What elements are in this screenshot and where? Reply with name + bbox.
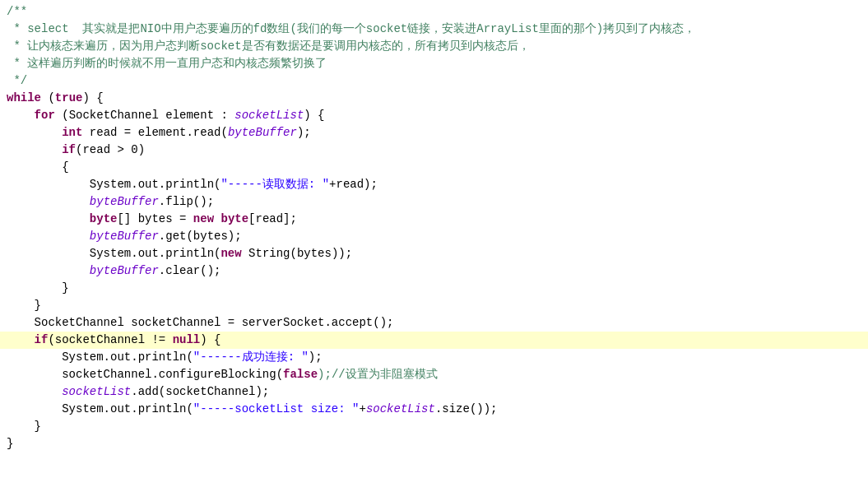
code-token: "-----读取数据: " bbox=[220, 178, 329, 191]
code-line: byteBuffer.flip(); bbox=[0, 193, 868, 211]
code-token: socketList bbox=[234, 109, 304, 122]
code-line: if(read > 0) bbox=[0, 142, 868, 159]
code-line: * 让内核态来遍历，因为用户态判断socket是否有数据还是要调用内核态的，所有… bbox=[0, 38, 868, 55]
code-token: * 这样遍历判断的时候就不用一直用户态和内核态频繁切换了 bbox=[7, 57, 327, 70]
code-token bbox=[7, 230, 90, 243]
code-token: .clear(); bbox=[159, 264, 221, 277]
code-token: } bbox=[7, 281, 69, 295]
code-token: byteBuffer bbox=[90, 264, 159, 277]
code-line: System.out.println("------成功连接: "); bbox=[0, 349, 868, 366]
code-token bbox=[7, 195, 90, 208]
code-token: ) { bbox=[200, 333, 220, 346]
code-token: byteBuffer bbox=[228, 126, 297, 139]
code-token: byte bbox=[90, 212, 118, 225]
code-token: String(bytes)); bbox=[242, 247, 352, 260]
code-token: if bbox=[62, 143, 76, 156]
code-token: if bbox=[35, 333, 49, 346]
code-token: );//设置为非阻塞模式 bbox=[318, 368, 438, 381]
code-token: byte bbox=[220, 212, 248, 225]
code-line: System.out.println(new String(bytes)); bbox=[0, 245, 868, 262]
code-token: [read]; bbox=[248, 212, 297, 225]
code-line: while (true) { bbox=[0, 90, 868, 107]
code-line: /** bbox=[0, 3, 868, 21]
code-token: ) { bbox=[82, 91, 103, 104]
code-line: byteBuffer.clear(); bbox=[0, 262, 868, 280]
code-line: */ bbox=[0, 72, 868, 90]
code-token: new bbox=[220, 247, 241, 260]
code-token: "------成功连接: " bbox=[193, 350, 309, 364]
code-line: } bbox=[0, 280, 868, 297]
code-token: null bbox=[173, 333, 201, 346]
code-token: /** bbox=[7, 5, 27, 18]
code-token: .get(bytes); bbox=[159, 230, 242, 243]
code-token: "-----socketList size: " bbox=[193, 402, 360, 415]
code-line: for (SocketChannel element : socketList)… bbox=[0, 107, 868, 124]
code-token: } bbox=[7, 437, 13, 450]
code-line: * select 其实就是把NIO中用户态要遍历的fd数组(我们的每一个sock… bbox=[0, 21, 868, 38]
code-token: */ bbox=[7, 74, 27, 87]
code-token: ( bbox=[41, 91, 55, 104]
code-token: .add(socketChannel); bbox=[131, 385, 269, 398]
code-token: while bbox=[7, 91, 41, 104]
code-token: ) { bbox=[304, 109, 324, 122]
code-token: new bbox=[193, 212, 214, 225]
code-token: (read > 0) bbox=[76, 143, 145, 156]
code-token bbox=[7, 333, 35, 346]
code-token: System.out.println( bbox=[7, 178, 220, 191]
code-token: System.out.println( bbox=[7, 247, 220, 260]
code-token: false bbox=[283, 368, 318, 381]
code-token: System.out.println( bbox=[7, 350, 193, 364]
code-token: * 让内核态来遍历，因为用户态判断socket是否有数据还是要调用内核态的，所有… bbox=[7, 39, 530, 53]
code-token: (SocketChannel element : bbox=[55, 109, 234, 122]
code-token: +read); bbox=[329, 178, 378, 191]
code-line: byteBuffer.get(bytes); bbox=[0, 228, 868, 245]
code-line: System.out.println("-----socketList size… bbox=[0, 401, 868, 418]
code-token: (socketChannel != bbox=[48, 333, 172, 346]
code-token: * select 其实就是把NIO中用户态要遍历的fd数组(我们的每一个sock… bbox=[7, 22, 695, 35]
code-token: socketList bbox=[62, 385, 131, 398]
code-line: if(socketChannel != null) { bbox=[0, 332, 868, 349]
code-line: { bbox=[0, 159, 868, 176]
code-token: + bbox=[359, 402, 365, 415]
code-token bbox=[7, 109, 35, 122]
code-line: byte[] bytes = new byte[read]; bbox=[0, 211, 868, 228]
code-token: socketList bbox=[366, 402, 435, 415]
code-token: ); bbox=[309, 350, 323, 364]
code-token: socketChannel.configureBlocking( bbox=[7, 368, 283, 381]
code-token: byteBuffer bbox=[90, 230, 159, 243]
code-line: } bbox=[0, 297, 868, 314]
code-token: read = element.read( bbox=[82, 126, 227, 139]
code-token: true bbox=[55, 91, 83, 104]
code-token: System.out.println( bbox=[7, 402, 193, 415]
code-token bbox=[7, 264, 90, 277]
code-token: } bbox=[7, 299, 41, 312]
code-token: byteBuffer bbox=[90, 195, 159, 208]
code-token: } bbox=[35, 420, 41, 433]
code-line: int read = element.read(byteBuffer); bbox=[0, 124, 868, 142]
code-token: { bbox=[7, 160, 69, 174]
code-line: } bbox=[0, 418, 868, 435]
code-token: ); bbox=[297, 126, 311, 139]
code-token: int bbox=[62, 126, 82, 139]
code-token bbox=[7, 420, 35, 433]
code-token bbox=[7, 385, 62, 398]
code-token bbox=[7, 126, 62, 139]
code-token: [] bytes = bbox=[117, 212, 193, 225]
code-line: socketChannel.configureBlocking(false);/… bbox=[0, 366, 868, 383]
code-line: SocketChannel socketChannel = serverSock… bbox=[0, 314, 868, 332]
code-token: for bbox=[35, 109, 55, 122]
code-line: socketList.add(socketChannel); bbox=[0, 383, 868, 401]
code-token bbox=[7, 143, 62, 156]
code-token: SocketChannel socketChannel = serverSock… bbox=[7, 316, 393, 329]
code-token bbox=[7, 212, 90, 225]
code-line: } bbox=[0, 435, 868, 452]
code-token: .size()); bbox=[435, 402, 498, 415]
code-line: * 这样遍历判断的时候就不用一直用户态和内核态频繁切换了 bbox=[0, 55, 868, 72]
code-token: .flip(); bbox=[159, 195, 214, 208]
code-line: System.out.println("-----读取数据: "+read); bbox=[0, 176, 868, 193]
code-editor: /** * select 其实就是把NIO中用户态要遍历的fd数组(我们的每一个… bbox=[0, 0, 868, 478]
